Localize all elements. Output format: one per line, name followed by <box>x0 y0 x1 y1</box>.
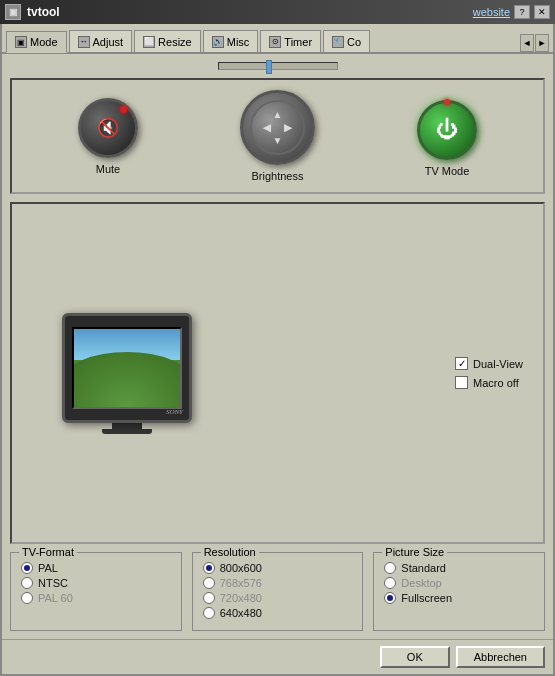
tvmode-label: TV Mode <box>425 165 470 177</box>
brightness-container: ▲ ◀ ▶ ▼ Brightness <box>240 90 315 182</box>
title-bar: ▣ tvtool website ? ✕ <box>0 0 555 24</box>
bottom-bar: OK Abbrechen <box>2 639 553 674</box>
resize-tab-icon: ⬜ <box>143 36 155 48</box>
res-720[interactable]: 720x480 <box>203 592 353 604</box>
app-icon: ▣ <box>5 4 21 20</box>
co-tab-icon: 🔧 <box>332 36 344 48</box>
tvmode-knob[interactable]: ⏻ <box>417 100 477 160</box>
tv-stand-top <box>112 423 142 429</box>
slider-track[interactable] <box>218 62 338 70</box>
tv-stand-bottom <box>102 429 152 434</box>
tab-scroll: ◄ ► <box>520 34 549 52</box>
picture-size-group: Picture Size Standard Desktop Fullscreen <box>373 552 545 631</box>
tab-adjust-label: Adjust <box>93 36 124 48</box>
tv-display: SONY <box>62 313 192 434</box>
tv-screen <box>72 327 182 409</box>
tv-options: ✓ Dual-View Macro off <box>455 357 533 389</box>
macro-off-checkbox[interactable] <box>455 376 468 389</box>
tab-timer-label: Timer <box>284 36 312 48</box>
res-768-label: 768x576 <box>220 577 262 589</box>
format-pal60[interactable]: PAL 60 <box>21 592 171 604</box>
brightness-down-arrow: ▼ <box>273 135 283 146</box>
res-800-radio[interactable] <box>203 562 215 574</box>
mode-tab-icon: ▣ <box>15 36 27 48</box>
resolution-group: Resolution 800x600 768x576 720x480 640x4… <box>192 552 364 631</box>
misc-tab-icon: 🔊 <box>212 36 224 48</box>
content: 🔇 Mute ▲ ◀ ▶ ▼ Brightness <box>2 54 553 639</box>
format-pal-radio[interactable] <box>21 562 33 574</box>
format-pal60-radio[interactable] <box>21 592 33 604</box>
title-bar-left: ▣ tvtool <box>5 4 60 20</box>
power-icon: ⏻ <box>436 117 458 143</box>
tab-resize-label: Resize <box>158 36 192 48</box>
size-desktop-radio[interactable] <box>384 577 396 589</box>
res-720-radio[interactable] <box>203 592 215 604</box>
res-768-radio[interactable] <box>203 577 215 589</box>
res-768[interactable]: 768x576 <box>203 577 353 589</box>
tab-co[interactable]: 🔧 Co <box>323 30 370 52</box>
size-standard-label: Standard <box>401 562 446 574</box>
macro-off-row[interactable]: Macro off <box>455 376 523 389</box>
macro-off-label: Macro off <box>473 377 519 389</box>
picture-size-label: Picture Size <box>382 546 447 558</box>
size-fullscreen[interactable]: Fullscreen <box>384 592 534 604</box>
tv-section: SONY ✓ Dual-View Macro off <box>10 202 545 544</box>
timer-tab-icon: ⊙ <box>269 36 281 48</box>
cancel-button[interactable]: Abbrechen <box>456 646 545 668</box>
format-ntsc[interactable]: NTSC <box>21 577 171 589</box>
format-ntsc-radio[interactable] <box>21 577 33 589</box>
brightness-knob[interactable]: ▲ ◀ ▶ ▼ <box>240 90 315 165</box>
dual-view-row[interactable]: ✓ Dual-View <box>455 357 523 370</box>
res-800[interactable]: 800x600 <box>203 562 353 574</box>
tv-brand: SONY <box>166 408 183 416</box>
brightness-right-arrow: ▶ <box>284 122 292 133</box>
tab-mode[interactable]: ▣ Mode <box>6 31 67 53</box>
tab-scroll-right[interactable]: ► <box>535 34 549 52</box>
tab-scroll-left[interactable]: ◄ <box>520 34 534 52</box>
size-desktop[interactable]: Desktop <box>384 577 534 589</box>
res-720-label: 720x480 <box>220 592 262 604</box>
tv-screen-hill <box>72 352 182 407</box>
format-ntsc-label: NTSC <box>38 577 68 589</box>
tab-co-label: Co <box>347 36 361 48</box>
mute-knob[interactable]: 🔇 <box>78 98 138 158</box>
tab-resize[interactable]: ⬜ Resize <box>134 30 201 52</box>
ok-button[interactable]: OK <box>380 646 450 668</box>
tab-adjust[interactable]: ↔ Adjust <box>69 30 133 52</box>
res-800-label: 800x600 <box>220 562 262 574</box>
brightness-arrows: ▲ ◀ ▶ ▼ <box>263 109 293 146</box>
tab-mode-label: Mode <box>30 36 58 48</box>
size-fullscreen-label: Fullscreen <box>401 592 452 604</box>
size-standard-radio[interactable] <box>384 562 396 574</box>
brightness-label: Brightness <box>252 170 304 182</box>
app-name: tvtool <box>27 5 60 19</box>
slider-thumb[interactable] <box>266 60 272 74</box>
format-pal60-label: PAL 60 <box>38 592 73 604</box>
dual-view-label: Dual-View <box>473 358 523 370</box>
res-640-label: 640x480 <box>220 607 262 619</box>
brightness-up-arrow: ▲ <box>273 109 283 120</box>
size-standard[interactable]: Standard <box>384 562 534 574</box>
mute-icon: 🔇 <box>97 117 119 139</box>
mute-label: Mute <box>96 163 120 175</box>
tv-format-group: TV-Format PAL NTSC PAL 60 <box>10 552 182 631</box>
options-row: TV-Format PAL NTSC PAL 60 Resolution <box>10 552 545 631</box>
tvmode-indicator <box>444 99 450 105</box>
resolution-label: Resolution <box>201 546 259 558</box>
website-link[interactable]: website <box>473 6 510 18</box>
tv-monitor: SONY <box>62 313 192 423</box>
tv-format-label: TV-Format <box>19 546 77 558</box>
close-button[interactable]: ✕ <box>534 5 550 19</box>
tab-timer[interactable]: ⊙ Timer <box>260 30 321 52</box>
help-button[interactable]: ? <box>514 5 530 19</box>
dual-view-checkbox[interactable]: ✓ <box>455 357 468 370</box>
tvmode-container: ⏻ TV Mode <box>417 95 477 177</box>
size-fullscreen-radio[interactable] <box>384 592 396 604</box>
tab-misc[interactable]: 🔊 Misc <box>203 30 259 52</box>
slider-container <box>10 62 545 70</box>
res-640-radio[interactable] <box>203 607 215 619</box>
brightness-left-arrow: ◀ <box>263 122 271 133</box>
res-640[interactable]: 640x480 <box>203 607 353 619</box>
format-pal[interactable]: PAL <box>21 562 171 574</box>
format-pal-label: PAL <box>38 562 58 574</box>
